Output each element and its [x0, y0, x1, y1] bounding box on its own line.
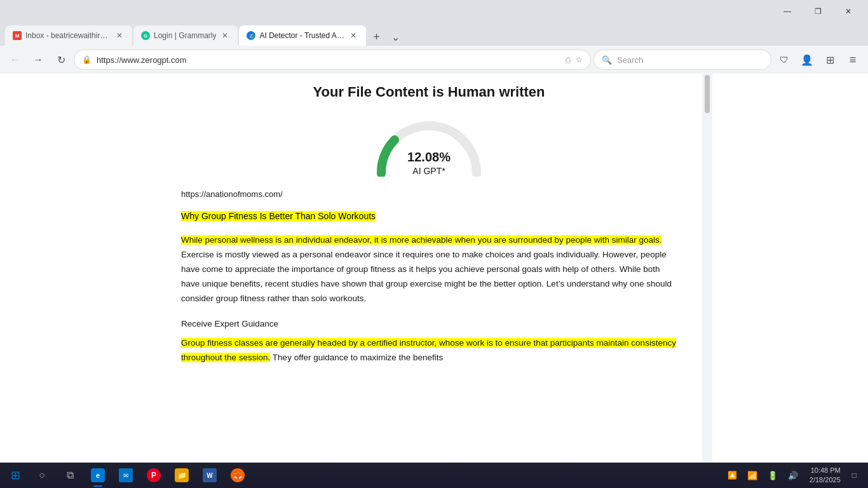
bookmark-icon: ☆: [576, 55, 583, 64]
tab-bar: M Inbox - beatricewaithira4@gma... ✕ G L…: [0, 23, 868, 46]
new-tab-button[interactable]: +: [367, 28, 385, 46]
minimize-button[interactable]: —: [773, 0, 802, 23]
source-url: https://anationofmoms.com/: [181, 189, 677, 199]
tab-grammarly-close[interactable]: ✕: [220, 30, 230, 41]
result-title: Your File Content is Human written: [181, 84, 677, 100]
clock-time: 10:48 PM: [810, 466, 841, 475]
start-icon: ⊞: [11, 468, 20, 482]
page-content: Your File Content is Human written 12.08…: [0, 74, 868, 463]
gmail-favicon: M: [13, 31, 22, 40]
scrollbar-thumb[interactable]: [705, 75, 710, 113]
gauge-label: AI GPT*: [407, 165, 451, 177]
task-view-button[interactable]: ⧉: [56, 463, 84, 488]
taskbar: ⊞ ○ ⧉ e ✉ P 📁 W 🦊 🔼 📶 🔋 🔊 10:48 PM 2/18/…: [0, 463, 868, 488]
task-view-icon: ⧉: [67, 470, 74, 481]
tab-zerogpt-close[interactable]: ✕: [348, 30, 358, 41]
subheading: Receive Expert Guidance: [181, 319, 677, 329]
taskbar-app-word[interactable]: W: [196, 463, 224, 488]
reload-button[interactable]: ↻: [51, 50, 71, 70]
tab-grammarly[interactable]: G Login | Grammarly ✕: [133, 25, 238, 46]
network-icon[interactable]: 📶: [743, 463, 761, 488]
mail-icon: ✉: [119, 468, 133, 482]
paragraph-2: Group fitness classes are generally head…: [181, 336, 677, 365]
back-button[interactable]: ←: [5, 50, 25, 70]
menu-button[interactable]: ≡: [843, 50, 863, 70]
clock[interactable]: 10:48 PM 2/18/2025: [804, 466, 846, 485]
search-bar[interactable]: 🔍 Search: [593, 50, 771, 70]
search-taskbar-button[interactable]: ○: [28, 463, 56, 488]
paragraph-1: While personal wellness is an individual…: [181, 233, 677, 306]
profile-button[interactable]: 👤: [797, 50, 817, 70]
taskbar-app-pinterest[interactable]: P: [140, 463, 168, 488]
scrollbar-area: [702, 74, 712, 463]
search-taskbar-icon: ○: [39, 470, 45, 481]
gauge-percent: 12.08%: [407, 149, 451, 165]
taskbar-app-firefox[interactable]: 🦊: [224, 463, 252, 488]
gauge-container: 12.08% AI GPT*: [181, 113, 677, 177]
paragraph-1-highlighted: While personal wellness is an individual…: [181, 235, 661, 245]
tab-overflow-button[interactable]: ⌄: [386, 28, 404, 46]
edge-icon: e: [91, 468, 105, 482]
taskbar-right: 🔼 📶 🔋 🔊 10:48 PM 2/18/2025 □: [724, 463, 865, 488]
paragraph-2-rest: They offer guidance to maximize the bene…: [270, 353, 443, 362]
search-icon: 🔍: [602, 55, 612, 65]
taskbar-app-mail[interactable]: ✉: [112, 463, 140, 488]
search-placeholder: Search: [617, 55, 643, 65]
screenshot-icon: ⎙: [566, 55, 571, 65]
shield-button[interactable]: 🛡: [774, 50, 794, 70]
sidebar-left: [0, 74, 156, 463]
word-icon: W: [203, 468, 217, 482]
grammarly-favicon: G: [141, 31, 150, 40]
close-button[interactable]: ✕: [834, 0, 863, 23]
security-icon: 🔒: [82, 55, 92, 64]
paragraph-1-rest: Exercise is mostly viewed as a personal …: [181, 250, 672, 303]
article-heading: Why Group Fitness Is Better Than Solo Wo…: [181, 211, 376, 221]
start-button[interactable]: ⊞: [3, 463, 28, 488]
firefox-icon: 🦊: [231, 468, 245, 482]
forward-button[interactable]: →: [28, 50, 48, 70]
volume-icon[interactable]: 🔊: [784, 463, 802, 488]
tab-grammarly-label: Login | Grammarly: [154, 31, 216, 40]
notification-button[interactable]: □: [848, 463, 860, 488]
window-controls: — ❐ ✕: [773, 0, 863, 23]
main-area: Your File Content is Human written 12.08…: [156, 74, 702, 463]
gauge-text: 12.08% AI GPT*: [407, 149, 451, 177]
maximize-button[interactable]: ❐: [803, 0, 832, 23]
tab-gmail-close[interactable]: ✕: [114, 30, 125, 41]
url-text: https://www.zerogpt.com: [97, 55, 560, 65]
toolbar: ← → ↻ 🔒 https://www.zerogpt.com ⎙ ☆ 🔍 Se…: [0, 46, 868, 74]
article-heading-block: Why Group Fitness Is Better Than Solo Wo…: [181, 209, 677, 223]
explorer-icon: 📁: [175, 468, 189, 482]
taskbar-app-edge[interactable]: e: [84, 463, 112, 488]
pinterest-icon: P: [147, 468, 161, 482]
tab-zerogpt-label: AI Detector - Trusted AI Checke...: [259, 31, 344, 40]
tab-gmail[interactable]: M Inbox - beatricewaithira4@gma... ✕: [5, 25, 132, 46]
zerogpt-favicon: Z: [247, 31, 255, 40]
title-bar: — ❐ ✕: [0, 0, 868, 23]
taskbar-app-explorer[interactable]: 📁: [168, 463, 196, 488]
tab-gmail-label: Inbox - beatricewaithira4@gma...: [25, 31, 111, 40]
hidden-icons-button[interactable]: 🔼: [724, 463, 741, 488]
clock-date: 2/18/2025: [810, 475, 841, 485]
scrollbar-track[interactable]: [705, 74, 710, 463]
extensions-button[interactable]: ⊞: [820, 50, 840, 70]
tab-zerogpt[interactable]: Z AI Detector - Trusted AI Checke... ✕: [239, 25, 366, 46]
address-bar[interactable]: 🔒 https://www.zerogpt.com ⎙ ☆: [74, 50, 591, 70]
battery-icon[interactable]: 🔋: [764, 463, 782, 488]
gauge-wrapper: 12.08% AI GPT*: [372, 113, 486, 177]
